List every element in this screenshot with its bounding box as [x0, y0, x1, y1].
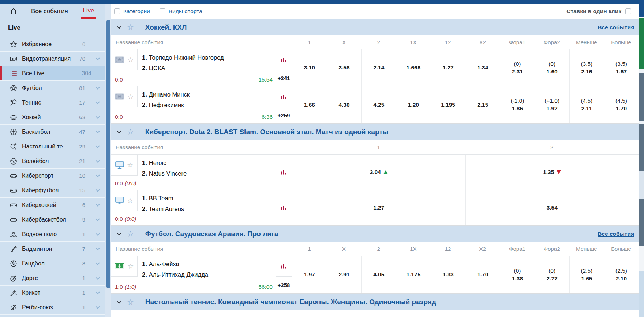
odds-cell-x[interactable]: 3.58 [327, 49, 362, 86]
favorite-star-icon[interactable]: ☆ [127, 263, 134, 270]
odds-cell-x[interactable]: 4.30 [327, 86, 362, 123]
categories-link[interactable]: Категории [123, 8, 150, 15]
sidebar-item-waterpolo[interactable]: Водное поло 1 [0, 227, 105, 241]
sidebar-item-football[interactable]: Футбол 81 [0, 80, 105, 95]
odds-cell-2[interactable]: 4.25 [361, 86, 396, 123]
collapse-chevron-icon[interactable] [117, 231, 121, 235]
odds-cell-x2[interactable]: 2.15 [465, 86, 500, 123]
expand-chevron[interactable] [90, 271, 105, 285]
expand-chevron[interactable] [90, 154, 105, 168]
sidebar-item-darts[interactable]: Дартс 1 [0, 271, 105, 285]
sidebar-item-all-live[interactable]: Все Live 304 [0, 66, 105, 80]
expand-chevron[interactable] [90, 256, 105, 271]
favorite-star-icon[interactable]: ☆ [127, 23, 134, 31]
odds-cell-1[interactable]: 1.27 [292, 190, 465, 225]
expand-chevron[interactable] [90, 212, 105, 227]
sidebar-item-handball[interactable]: Гандбол 8 [0, 256, 105, 271]
odds-cell-over[interactable]: (3.5)1.67 [604, 49, 639, 86]
favorite-star-icon[interactable]: ☆ [127, 197, 133, 204]
sidebar-item-cyberhockey[interactable]: Киберхоккей 6 [0, 197, 105, 212]
odds-cell-12[interactable]: 1.33 [431, 256, 465, 293]
odds-cell-under[interactable]: (2.5)1.65 [569, 256, 604, 293]
odds-cell-handicap2[interactable]: (0)1.60 [535, 49, 569, 86]
expand-chevron[interactable] [90, 169, 105, 183]
sidebar-item-esports[interactable]: Киберспорт 10 [0, 168, 105, 183]
expand-chevron[interactable] [90, 242, 105, 256]
expand-chevron[interactable] [90, 183, 105, 197]
odds-cell-handicap1[interactable]: (0)1.38 [500, 256, 535, 293]
event-teams[interactable]: 1.Аль-Фейха 2.Аль-Иттихад Джидда [142, 259, 208, 280]
tab-live[interactable]: Live [81, 4, 96, 19]
odds-cell-2[interactable]: 4.05 [361, 256, 396, 293]
sidebar-item-favorites[interactable]: Избранное 0 [0, 37, 105, 51]
favorite-star-icon[interactable]: ☆ [127, 93, 134, 100]
all-events-link[interactable]: Все события [598, 231, 634, 237]
odds-cell-2[interactable]: 3.54 [465, 190, 639, 225]
stats-chart-icon[interactable] [281, 170, 287, 175]
expand-chevron[interactable] [90, 95, 105, 110]
expand-chevron[interactable] [90, 300, 105, 314]
sports-checkbox[interactable] [160, 8, 165, 14]
odds-cell-handicap1[interactable]: (-1.0)1.86 [500, 86, 535, 123]
expand-chevron[interactable] [90, 139, 105, 154]
odds-cell-under[interactable]: (3.5)2.16 [569, 49, 604, 86]
odds-cell-1x[interactable]: 1.20 [396, 86, 431, 123]
event-teams[interactable]: 1.Торпедо Нижний Новгород 2.ЦСКА [142, 52, 224, 73]
odds-cell-12[interactable]: 1.27 [431, 49, 465, 86]
odds-cell-1x[interactable]: 1.175 [396, 256, 431, 293]
more-markets-count[interactable]: +241 [276, 70, 292, 86]
sidebar-item-cyberfootball[interactable]: Киберфутбол 15 [0, 183, 105, 197]
odds-cell-2[interactable]: 2.14 [361, 49, 396, 86]
favorite-star-icon[interactable]: ☆ [127, 162, 133, 169]
all-events-link[interactable]: Все события [598, 24, 634, 31]
expand-chevron[interactable] [90, 198, 105, 212]
sidebar-item-basketball[interactable]: Баскетбол 47 [0, 124, 105, 139]
sidebar-item-hockey[interactable]: Хоккей 63 [0, 110, 105, 124]
sidebar-item-table-tennis[interactable]: Настольный те... 29 [0, 139, 105, 154]
odds-cell-1[interactable]: 1.66 [292, 86, 327, 123]
sidebar-item-video[interactable]: Видеотрансляция 70 [0, 51, 105, 66]
odds-cell-1[interactable]: 1.97 [292, 256, 327, 293]
event-teams[interactable]: 1.BB Team 2.Team Aureus [142, 193, 184, 214]
odds-cell-x2[interactable]: 1.34 [465, 49, 500, 86]
sidebar-item-tennis[interactable]: Теннис 17 [0, 95, 105, 110]
more-markets-count[interactable]: +258 [276, 277, 292, 293]
stats-chart-icon[interactable] [276, 86, 292, 107]
sidebar-item-badminton[interactable]: Бадминтон 7 [0, 241, 105, 256]
sports-link[interactable]: Виды спорта [169, 8, 202, 15]
odds-cell-over[interactable]: (2.5)2.10 [604, 256, 639, 293]
scrollbar-thumb[interactable] [106, 20, 110, 288]
favorite-star-icon[interactable]: ☆ [127, 128, 134, 136]
odds-cell-12[interactable]: 1.195 [431, 86, 465, 123]
odds-cell-x2[interactable]: 1.70 [465, 256, 500, 293]
odds-cell-under[interactable]: (4.5)2.11 [569, 86, 604, 123]
favorite-star-icon[interactable]: ☆ [127, 56, 134, 63]
stats-chart-icon[interactable] [276, 49, 292, 70]
sidebar-item-cyberbasketball[interactable]: Кибербаскетбол 9 [0, 212, 105, 227]
odds-cell-over[interactable]: (4.5)1.70 [604, 86, 639, 123]
event-teams[interactable]: 1.Динамо Минск 2.Нефтехимик [142, 89, 190, 110]
sidebar-item-volleyball[interactable]: Волейбол 21 [0, 154, 105, 168]
expand-chevron[interactable] [90, 286, 105, 300]
expand-chevron[interactable] [90, 227, 105, 241]
stats-chart-icon[interactable] [276, 256, 292, 277]
collapse-chevron-icon[interactable] [117, 299, 121, 304]
expand-chevron[interactable] [90, 52, 105, 66]
odds-cell-x[interactable]: 2.91 [327, 256, 362, 293]
sidebar-item-cricket[interactable]: Крикет 1 [0, 285, 105, 300]
categories-checkbox[interactable] [114, 8, 120, 14]
tab-all-events[interactable]: Все события [31, 4, 68, 19]
collapse-chevron-icon[interactable] [117, 24, 121, 29]
odds-cell-handicap1[interactable]: (0)2.31 [500, 49, 535, 86]
home-icon[interactable] [10, 4, 18, 19]
odds-cell-1[interactable]: 3.04 [292, 155, 465, 190]
odds-cell-1[interactable]: 3.10 [292, 49, 327, 86]
stats-chart-icon[interactable] [281, 205, 287, 211]
odds-cell-2[interactable]: 1.35 [465, 155, 639, 190]
odds-cell-handicap2[interactable]: (0)2.77 [535, 256, 569, 293]
expand-chevron[interactable] [90, 81, 105, 95]
odds-cell-handicap2[interactable]: (+1.0)1.92 [535, 86, 569, 123]
one-click-bets-checkbox[interactable] [625, 8, 631, 14]
favorite-star-icon[interactable]: ☆ [127, 298, 134, 306]
sidebar-item-rugby[interactable]: Регби-союз 1 [0, 300, 105, 314]
